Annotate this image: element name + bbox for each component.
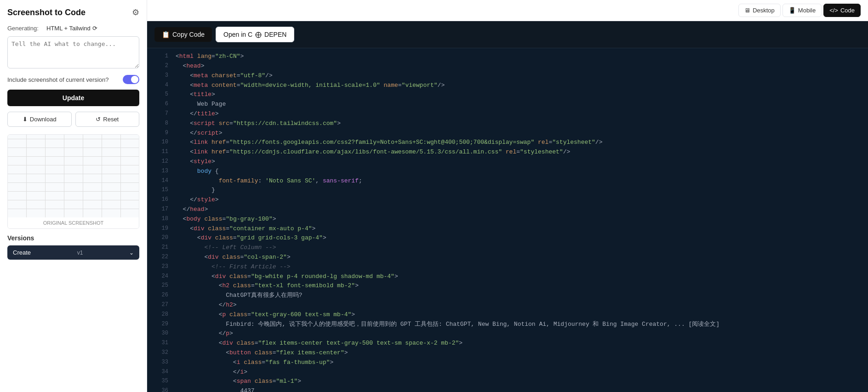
code-line: 21 <!-- Left Column --> [147, 243, 868, 253]
desktop-view-button[interactable]: 🖥 Desktop [738, 4, 781, 17]
code-line: 5 <title> [147, 90, 868, 100]
framework-select[interactable]: HTML + Tailwind ⟳ [46, 25, 97, 32]
line-content: font-family: 'Noto Sans SC', sans-serif; [176, 176, 362, 186]
action-buttons: ⬇ Download ↺ Reset [7, 112, 139, 127]
code-label: Code [840, 7, 855, 14]
line-content: <span class="ml-1"> [176, 377, 301, 386]
code-line: 17 </head> [147, 205, 868, 215]
screenshot-toggle[interactable] [123, 75, 139, 84]
code-line: 29 Finbird: 今晚国内, 说下我个人的使用感受吧，目前使用到的 GPT… [147, 320, 868, 330]
line-content: <meta charset="utf-8"/> [176, 71, 273, 81]
screenshot-label: ORIGINAL SCREENSHOT [8, 217, 139, 228]
line-number: 24 [154, 272, 168, 282]
open-codepen-button[interactable]: Open in CDEPEN [216, 27, 294, 42]
line-content: } [176, 186, 215, 195]
line-number: 33 [154, 358, 168, 368]
code-line: 2 <head> [147, 62, 868, 71]
framework-value: HTML + Tailwind [46, 25, 91, 32]
line-content: 4437 [176, 386, 255, 392]
line-number: 31 [154, 339, 168, 348]
line-number: 16 [154, 195, 168, 205]
line-number: 27 [154, 301, 168, 310]
line-number: 28 [154, 310, 168, 320]
line-number: 36 [154, 386, 168, 392]
line-content: <div class="container mx-auto p-4"> [176, 224, 315, 234]
line-content: <div class="grid grid-cols-3 gap-4"> [176, 233, 326, 243]
code-line: 7 </title> [147, 109, 868, 119]
line-number: 2 [154, 62, 168, 71]
line-content: </i> [176, 368, 247, 377]
line-number: 23 [154, 262, 168, 272]
version-label: Create [13, 249, 31, 256]
line-content: <h2 class="text-xl font-semibold mb-2"> [176, 281, 359, 291]
line-number: 1 [154, 52, 168, 62]
code-line: 31 <div class="flex items-center text-gr… [147, 339, 868, 348]
line-number: 9 [154, 129, 168, 138]
line-number: 20 [154, 233, 168, 243]
code-editor[interactable]: 1<html lang="zh-CN">2 <head>3 <meta char… [147, 48, 868, 392]
line-content: <!-- Left Column --> [176, 243, 276, 253]
versions-section: Versions Create v1 ⌄ [7, 234, 139, 260]
generating-row: Generating: HTML + Tailwind ⟳ [7, 25, 139, 32]
code-line: 24 <div class="bg-white p-4 rounded-lg s… [147, 272, 868, 282]
desktop-label: Desktop [753, 7, 775, 14]
line-number: 30 [154, 329, 168, 339]
code-line: 12 <style> [147, 157, 868, 167]
code-area: 📋 Copy Code Open in CDEPEN 1<html lang="… [147, 21, 868, 392]
line-number: 6 [154, 100, 168, 109]
screenshot-image [8, 135, 139, 217]
version-item[interactable]: Create v1 ⌄ [7, 245, 139, 260]
reset-button[interactable]: ↺ Reset [75, 112, 140, 127]
update-button[interactable]: Update [7, 90, 139, 106]
code-line: 36 4437 [147, 386, 868, 392]
code-line: 20 <div class="grid grid-cols-3 gap-4"> [147, 233, 868, 243]
copy-code-button[interactable]: 📋 Copy Code [154, 27, 212, 42]
mobile-label: Mobile [798, 7, 816, 14]
download-label: Download [30, 116, 57, 123]
code-line: 8 <script src="https://cdn.tailwindcss.c… [147, 119, 868, 129]
code-line: 19 <div class="container mx-auto p-4"> [147, 224, 868, 234]
code-line: 35 <span class="ml-1"> [147, 377, 868, 386]
line-content: </script> [176, 129, 222, 138]
depen-label: DEPEN [264, 31, 286, 38]
code-view-button[interactable]: </> Code [823, 4, 861, 17]
line-content: <div class="flex items-center text-gray-… [176, 339, 463, 348]
code-line: 27 </h2> [147, 301, 868, 310]
line-content: ChatGPT真有很多人在用吗? [176, 291, 303, 301]
code-line: 16 </style> [147, 195, 868, 205]
mobile-view-button[interactable]: 📱 Mobile [782, 4, 822, 17]
line-content: <link href="https://fonts.googleapis.com… [176, 138, 602, 148]
code-line: 9 </script> [147, 129, 868, 138]
line-number: 15 [154, 186, 168, 195]
line-number: 32 [154, 348, 168, 358]
ai-textarea[interactable] [7, 36, 139, 68]
line-content: body { [176, 167, 219, 176]
line-content: <script src="https://cdn.tailwindcss.com… [176, 119, 341, 129]
code-line: 4 <meta content="width=device-width, ini… [147, 81, 868, 91]
versions-title: Versions [7, 234, 139, 242]
code-line: 10 <link href="https://fonts.googleapis.… [147, 138, 868, 148]
code-line: 1<html lang="zh-CN"> [147, 52, 868, 62]
code-line: 18 <body class="bg-gray-100"> [147, 215, 868, 224]
top-bar: 🖥 Desktop 📱 Mobile </> Code [147, 0, 868, 21]
chevron-down-icon: ⌄ [129, 250, 134, 256]
code-line: 6 Web Page [147, 100, 868, 109]
reset-label: Reset [103, 116, 119, 123]
line-content: <title> [176, 90, 215, 100]
settings-icon[interactable]: ⚙ [132, 7, 139, 17]
code-line: 25 <h2 class="text-xl font-semibold mb-2… [147, 281, 868, 291]
line-content: <meta content="width=device-width, initi… [176, 81, 445, 91]
left-panel: Screenshot to Code ⚙ Generating: HTML + … [0, 0, 147, 392]
code-line: 3 <meta charset="utf-8"/> [147, 71, 868, 81]
line-content: <div class="col-span-2"> [176, 253, 291, 262]
line-number: 10 [154, 138, 168, 148]
code-line: 34 </i> [147, 368, 868, 377]
right-panel: 🖥 Desktop 📱 Mobile </> Code 📋 Copy Code … [147, 0, 868, 392]
line-number: 11 [154, 148, 168, 157]
line-number: 17 [154, 205, 168, 215]
line-number: 5 [154, 90, 168, 100]
code-line: 33 <i class="fas fa-thumbs-up"> [147, 358, 868, 368]
desktop-icon: 🖥 [744, 7, 750, 14]
line-content: <!-- First Article --> [176, 262, 291, 272]
download-button[interactable]: ⬇ Download [7, 112, 72, 127]
